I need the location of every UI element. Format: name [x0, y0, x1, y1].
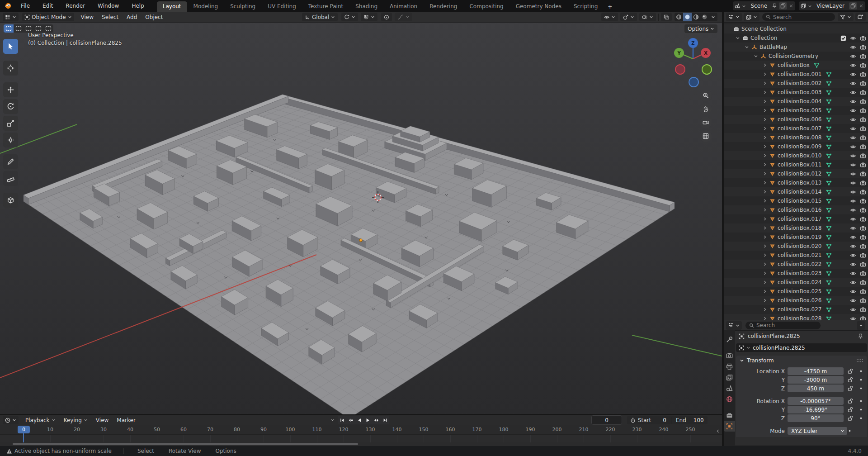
disable-in-renders-icon[interactable]	[860, 153, 866, 159]
timeline-menu-playback[interactable]: Playback	[21, 417, 60, 423]
outliner-item-label[interactable]: Scene Collection	[741, 26, 787, 32]
tab-scripting[interactable]: Scripting	[568, 1, 604, 12]
topbar-menu-help[interactable]: Help	[125, 0, 150, 12]
disable-in-renders-icon[interactable]	[860, 261, 866, 267]
field-value-3[interactable]: -0.000057°	[788, 397, 844, 405]
expand-chevron-icon[interactable]	[763, 81, 767, 86]
outliner-item-label[interactable]: collisionBox.026	[778, 297, 822, 304]
hide-in-viewport-icon[interactable]	[850, 280, 856, 285]
shading-solid-button[interactable]	[683, 13, 692, 21]
expand-chevron-icon[interactable]	[763, 226, 767, 230]
hide-in-viewport-icon[interactable]	[850, 162, 856, 168]
properties-search-input[interactable]: Search	[745, 322, 821, 329]
gizmo-axis-x-neg[interactable]	[675, 64, 685, 75]
expand-chevron-icon[interactable]	[763, 253, 767, 257]
disable-in-renders-icon[interactable]	[860, 207, 866, 213]
gizmo-axis-z-neg[interactable]	[689, 77, 699, 87]
hide-in-viewport-icon[interactable]	[850, 207, 856, 213]
disable-in-renders-icon[interactable]	[860, 71, 866, 77]
hide-in-viewport-icon[interactable]	[850, 71, 856, 77]
gizmo-axis-y[interactable]: Y	[674, 48, 684, 58]
disable-in-renders-icon[interactable]	[860, 90, 866, 95]
outliner-item-label[interactable]: collisionBox.027	[778, 306, 822, 313]
disable-in-renders-icon[interactable]	[860, 162, 866, 168]
collection-checkbox-icon[interactable]	[840, 35, 846, 41]
end-frame-field[interactable]: 100	[693, 417, 704, 423]
expand-chevron-icon[interactable]	[763, 63, 767, 67]
disable-in-renders-icon[interactable]	[860, 189, 866, 195]
expand-chevron-icon[interactable]	[763, 244, 767, 248]
expand-chevron-icon[interactable]	[763, 271, 767, 276]
animate-dot-icon[interactable]	[859, 407, 863, 412]
properties-tab-output[interactable]	[724, 361, 735, 372]
navigation-gizmo[interactable]: Z Y X	[669, 36, 719, 140]
scene-name[interactable]: Scene	[748, 3, 770, 9]
outliner-item-label[interactable]: collisionBox.004	[778, 98, 822, 104]
viewport-menu-select[interactable]: Select	[98, 14, 123, 20]
timeline-menu-marker[interactable]: Marker	[113, 417, 139, 423]
outliner-filter-button[interactable]	[838, 13, 854, 21]
outliner-item-label[interactable]: collisionBox.010	[778, 152, 822, 159]
outliner-row[interactable]: collisionBox.023	[724, 269, 868, 278]
animate-dot-icon[interactable]	[859, 399, 863, 404]
outliner-row[interactable]: collisionBox.014	[724, 187, 868, 196]
disable-in-renders-icon[interactable]	[860, 44, 866, 50]
outliner-item-label[interactable]: Collection	[750, 35, 777, 41]
disable-in-renders-icon[interactable]	[860, 117, 866, 123]
expand-chevron-icon[interactable]	[763, 262, 767, 266]
outliner-row[interactable]: Collection	[724, 33, 868, 43]
tab-uv-editing[interactable]: UV Editing	[262, 1, 302, 12]
gizmo-axis-z[interactable]: Z	[688, 38, 698, 48]
tab-rendering[interactable]: Rendering	[424, 1, 463, 12]
visibility-dropdown[interactable]	[601, 13, 618, 21]
shading-rendered-button[interactable]	[700, 13, 709, 21]
outliner-row[interactable]: collisionBox.003	[724, 88, 868, 97]
expand-chevron-icon[interactable]	[763, 135, 767, 140]
disable-in-renders-icon[interactable]	[860, 234, 866, 240]
expand-chevron-icon[interactable]	[763, 117, 767, 122]
disable-in-renders-icon[interactable]	[860, 307, 866, 313]
outliner-item-label[interactable]: collisionBox.025	[778, 288, 822, 294]
expand-chevron-icon[interactable]	[763, 108, 767, 113]
expand-chevron-icon[interactable]	[736, 36, 740, 40]
outliner-item-label[interactable]: collisionBox.005	[778, 107, 822, 114]
lock-open-icon[interactable]	[847, 377, 853, 383]
disable-in-renders-icon[interactable]	[860, 135, 866, 141]
hide-in-viewport-icon[interactable]	[850, 234, 856, 240]
outliner-row[interactable]: collisionBox.013	[724, 178, 868, 187]
outliner-row[interactable]: collisionBox.007	[724, 124, 868, 133]
scene-new-button[interactable]	[779, 2, 787, 10]
hide-in-viewport-icon[interactable]	[850, 198, 856, 204]
outliner-row[interactable]: collisionBox.018	[724, 223, 868, 233]
properties-tab-render[interactable]	[724, 350, 735, 361]
gizmo-axis-x[interactable]: X	[701, 48, 711, 58]
hide-in-viewport-icon[interactable]	[850, 117, 856, 123]
viewlayer-new-button[interactable]	[849, 2, 857, 10]
expand-chevron-icon[interactable]	[763, 190, 767, 194]
topbar-menu-edit[interactable]: Edit	[36, 0, 59, 12]
outliner-item-label[interactable]: collisionBox.028	[778, 315, 822, 320]
tab-shading[interactable]: Shading	[349, 1, 383, 12]
lock-open-icon[interactable]	[847, 368, 853, 374]
camera-view-button[interactable]	[700, 117, 712, 128]
panel-grip-icon[interactable]	[856, 359, 863, 362]
new-collection-button[interactable]	[855, 13, 866, 21]
hide-in-viewport-icon[interactable]	[850, 298, 856, 304]
outliner-row[interactable]: collisionBox.010	[724, 151, 868, 160]
object-origin-dot[interactable]	[359, 239, 362, 242]
hide-in-viewport-icon[interactable]	[850, 53, 856, 59]
snap-toggle-button[interactable]	[361, 13, 377, 21]
scene-browse-icon[interactable]	[735, 3, 740, 9]
add-workspace-button[interactable]: +	[604, 2, 616, 12]
outliner-item-label[interactable]: collisionBox.012	[778, 171, 822, 177]
hide-in-viewport-icon[interactable]	[850, 35, 856, 41]
snap-target-button[interactable]	[341, 13, 358, 21]
outliner-item-label[interactable]: collisionBox.013	[778, 180, 822, 186]
hide-in-viewport-icon[interactable]	[850, 44, 856, 50]
disable-in-renders-icon[interactable]	[860, 271, 866, 276]
outliner-row[interactable]: collisionBox.028	[724, 314, 868, 320]
disable-in-renders-icon[interactable]	[860, 99, 866, 104]
tab-sculpting[interactable]: Sculpting	[224, 1, 261, 12]
lock-open-icon[interactable]	[847, 398, 853, 404]
tab-modeling[interactable]: Modeling	[188, 1, 224, 12]
